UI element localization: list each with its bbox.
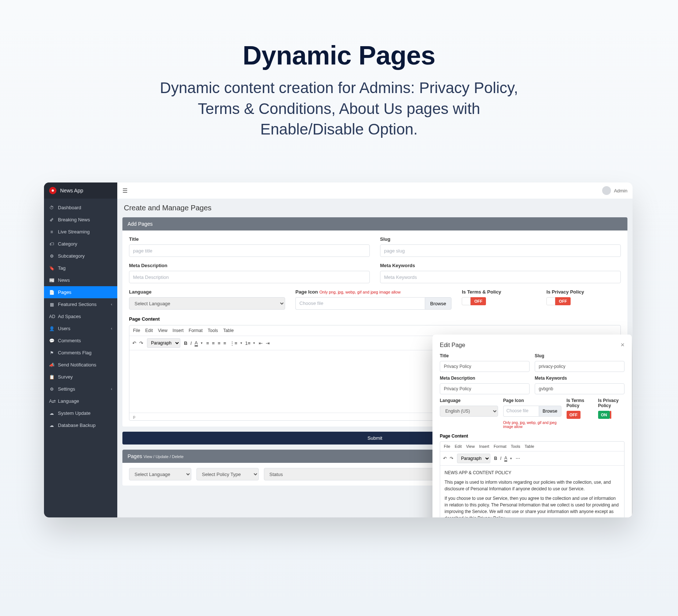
bold-icon[interactable]: B	[184, 340, 187, 346]
menu-edit[interactable]: Edit	[455, 444, 462, 449]
italic-icon[interactable]: I	[190, 340, 192, 346]
align-justify-icon[interactable]: ≡	[223, 340, 226, 346]
sidebar-item-users[interactable]: 👤Users‹	[44, 322, 117, 335]
menu-tools[interactable]: Tools	[511, 444, 520, 449]
user-menu[interactable]: Admin	[602, 186, 627, 195]
nav-icon: ⚙	[49, 254, 54, 259]
number-list-icon[interactable]: 1≡	[245, 340, 251, 346]
edit-page-modal: Edit Page × Title Slug Meta Description …	[432, 335, 632, 517]
sidebar-item-category[interactable]: 🏷Category	[44, 238, 117, 250]
menu-insert[interactable]: Insert	[479, 444, 489, 449]
undo-icon[interactable]: ↶	[132, 340, 136, 346]
align-right-icon[interactable]: ≡	[218, 340, 221, 346]
nav-icon: ≡	[49, 229, 54, 235]
menu-view[interactable]: View	[466, 444, 475, 449]
sidebar-item-live-streaming[interactable]: ≡Live Streaming	[44, 226, 117, 238]
nav-icon: ⏱	[49, 205, 54, 210]
sidebar-item-pages[interactable]: 📄Pages	[44, 286, 117, 298]
bold-icon[interactable]: B	[494, 456, 497, 461]
sidebar-item-comments[interactable]: 💬Comments	[44, 335, 117, 347]
modal-editor-body[interactable]: NEWS APP & CONTENT POLICY This page is u…	[440, 466, 624, 517]
sidebar-item-dashboard[interactable]: ⏱Dashboard	[44, 202, 117, 214]
meta-desc-input[interactable]	[129, 271, 370, 283]
sidebar-item-system-update[interactable]: ☁System Update	[44, 407, 117, 419]
sidebar-item-comments-flag[interactable]: ⚑Comments Flag	[44, 347, 117, 359]
slug-input[interactable]	[380, 244, 621, 257]
more-icon[interactable]: ⋯	[516, 456, 520, 461]
nav-icon: AD	[49, 314, 54, 319]
file-text: Choose file	[295, 297, 425, 310]
undo-icon[interactable]: ↶	[443, 456, 447, 461]
text-color-icon[interactable]: A	[195, 340, 198, 346]
slug-label: Slug	[380, 236, 621, 242]
modal-slug-input[interactable]	[535, 361, 624, 372]
page-icon-file[interactable]: Choose file Browse	[295, 297, 452, 310]
app-frame: News App ⏱Dashboard🗞Breaking News≡Live S…	[44, 182, 633, 517]
menu-insert[interactable]: Insert	[173, 328, 184, 333]
hero-subtitle: Dynamic content creation for Admins: Pri…	[0, 78, 678, 140]
menu-file[interactable]: File	[133, 328, 140, 333]
modal-editor-menubar[interactable]: FileEditViewInsertFormatToolsTable	[440, 442, 624, 451]
outdent-icon[interactable]: ⇤	[259, 340, 263, 346]
sidebar-item-subcategory[interactable]: ⚙Subcategory	[44, 250, 117, 262]
is-privacy-toggle[interactable]: OFF	[546, 297, 621, 305]
browse-button[interactable]: Browse	[425, 297, 452, 310]
bullet-list-icon[interactable]: ⋮≡	[230, 340, 237, 346]
modal-editor: FileEditViewInsertFormatToolsTable ↶↷ Pa…	[440, 441, 624, 517]
hamburger-icon[interactable]: ☰	[122, 187, 128, 194]
paragraph-select[interactable]: Paragraph	[147, 338, 180, 348]
modal-para-select[interactable]: Paragraph	[457, 454, 490, 463]
sidebar-item-survey[interactable]: 📋Survey	[44, 371, 117, 383]
sidebar-item-settings[interactable]: ⚙Settings‹	[44, 383, 117, 395]
menu-view[interactable]: View	[158, 328, 167, 333]
text-color-icon[interactable]: A	[504, 455, 507, 461]
modal-language-select[interactable]: English (US)	[440, 406, 498, 417]
user-name: Admin	[614, 188, 627, 193]
sidebar-item-send-notifications[interactable]: 📣Send Notifications	[44, 359, 117, 371]
align-left-icon[interactable]: ≡	[206, 340, 209, 346]
sidebar-item-language[interactable]: A⇄Language	[44, 395, 117, 407]
sidebar-item-ad-spaces[interactable]: ADAd Spaces	[44, 310, 117, 322]
nav-icon: 🗞	[49, 217, 54, 222]
title-input[interactable]	[129, 244, 370, 257]
meta-kw-label: Meta Keywords	[380, 263, 621, 268]
menu-format[interactable]: Format	[189, 328, 203, 333]
brand-name: News App	[60, 188, 83, 193]
filter-policy-type[interactable]: Select Policy Type	[196, 468, 259, 480]
meta-kw-input[interactable]	[380, 271, 621, 283]
modal-meta-kw-input[interactable]	[535, 383, 624, 394]
sidebar-item-news[interactable]: 📰News	[44, 274, 117, 286]
hero-title: Dynamic Pages	[0, 40, 678, 70]
page-title: Create and Manage Pages	[117, 199, 633, 217]
modal-privacy-toggle[interactable]: ON	[598, 411, 624, 419]
modal-meta-desc-input[interactable]	[440, 383, 530, 394]
indent-icon[interactable]: ⇥	[266, 340, 270, 346]
nav-icon: 📋	[49, 375, 54, 380]
menu-table[interactable]: Table	[223, 328, 234, 333]
page-icon-label: Page IconOnly png, jpg, webp, gif and jp…	[295, 289, 452, 295]
redo-icon[interactable]: ↷	[139, 340, 143, 346]
italic-icon[interactable]: I	[500, 456, 501, 461]
modal-file-input[interactable]: Choose fileBrowse	[503, 406, 561, 417]
menu-edit[interactable]: Edit	[145, 328, 153, 333]
sidebar-item-breaking-news[interactable]: 🗞Breaking News	[44, 214, 117, 226]
sidebar-item-tag[interactable]: 🔖Tag	[44, 262, 117, 274]
align-center-icon[interactable]: ≡	[212, 340, 215, 346]
nav-icon: ⚙	[49, 387, 54, 392]
sidebar-item-database-backup[interactable]: ☁Database Backup	[44, 419, 117, 431]
menu-table[interactable]: Table	[524, 444, 534, 449]
modal-terms-toggle[interactable]: OFF	[567, 411, 593, 419]
menu-tools[interactable]: Tools	[208, 328, 218, 333]
modal-editor-toolbar[interactable]: ↶↷ Paragraph BIA▾ ⋯	[440, 451, 624, 466]
menu-format[interactable]: Format	[494, 444, 506, 449]
filter-language[interactable]: Select Language	[129, 468, 191, 480]
language-select[interactable]: Select Language	[129, 297, 285, 310]
redo-icon[interactable]: ↷	[450, 456, 453, 461]
brand[interactable]: News App	[44, 182, 117, 199]
modal-title-input[interactable]	[440, 361, 530, 372]
menu-file[interactable]: File	[444, 444, 450, 449]
is-terms-toggle[interactable]: OFF	[462, 297, 536, 305]
editor-path: p	[133, 414, 135, 419]
close-icon[interactable]: ×	[620, 341, 624, 349]
sidebar-item-featured-sections[interactable]: ▦Featured Sections‹	[44, 298, 117, 310]
